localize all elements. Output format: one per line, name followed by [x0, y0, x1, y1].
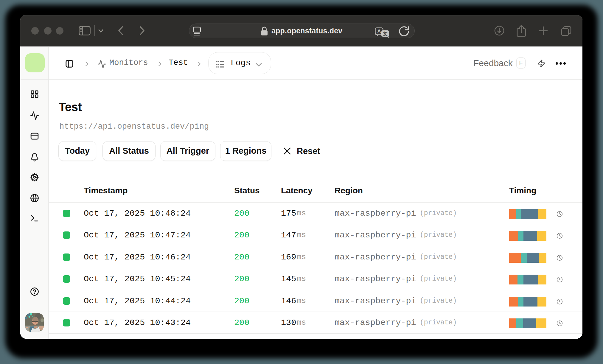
svg-text:文: 文 [383, 31, 388, 36]
svg-text:A: A [377, 29, 381, 34]
